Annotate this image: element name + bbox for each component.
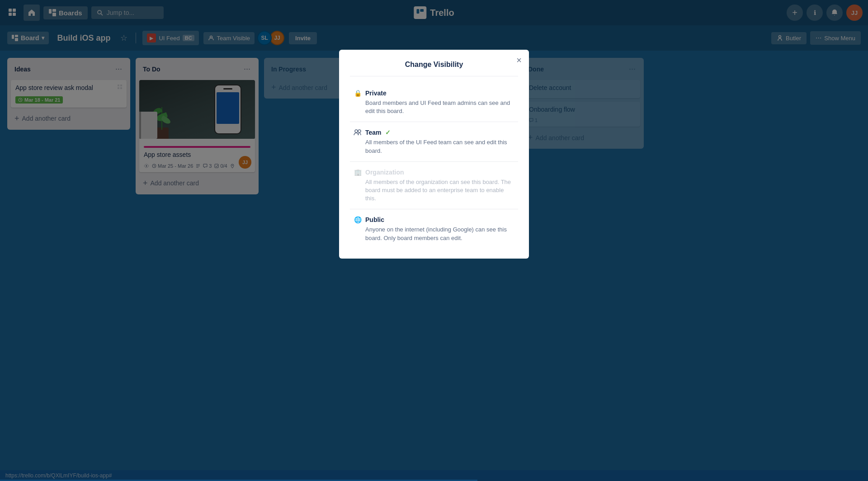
org-icon: 🏢 — [354, 168, 362, 176]
divider-1 — [350, 122, 518, 122]
private-desc: Board members and UI Feed team admins ca… — [354, 99, 514, 115]
team-icon — [354, 128, 362, 137]
modal-overlay[interactable]: Change Visibility × 🔒 Private Board memb… — [0, 0, 868, 481]
modal-close-button[interactable]: × — [516, 55, 522, 66]
visibility-option-public[interactable]: 🌐 Public Anyone on the internet (includi… — [350, 210, 518, 247]
team-label: Team — [365, 129, 382, 136]
org-desc: All members of the organization can see … — [354, 178, 514, 203]
public-desc: Anyone on the internet (including Google… — [354, 226, 514, 242]
visibility-option-organization: 🏢 Organization All members of the organi… — [350, 163, 518, 208]
svg-point-30 — [355, 130, 358, 132]
visibility-option-private[interactable]: 🔒 Private Board members and UI Feed team… — [350, 84, 518, 121]
divider-2 — [350, 161, 518, 162]
divider-3 — [350, 209, 518, 209]
opt-header-team: Team ✓ — [354, 128, 514, 137]
private-label: Private — [365, 90, 387, 97]
modal-title: Change Visibility — [350, 61, 518, 76]
change-visibility-modal: Change Visibility × 🔒 Private Board memb… — [339, 50, 529, 259]
visibility-option-team[interactable]: Team ✓ All members of the UI Feed team c… — [350, 123, 518, 160]
private-icon: 🔒 — [354, 89, 362, 97]
team-checkmark: ✓ — [385, 129, 391, 136]
opt-header-public: 🌐 Public — [354, 216, 514, 224]
org-label: Organization — [365, 169, 404, 176]
svg-point-31 — [358, 130, 361, 132]
opt-header-org: 🏢 Organization — [354, 168, 514, 176]
public-label: Public — [365, 216, 384, 223]
team-desc: All members of the UI Feed team can see … — [354, 138, 514, 155]
opt-header-private: 🔒 Private — [354, 89, 514, 97]
public-icon: 🌐 — [354, 216, 362, 224]
